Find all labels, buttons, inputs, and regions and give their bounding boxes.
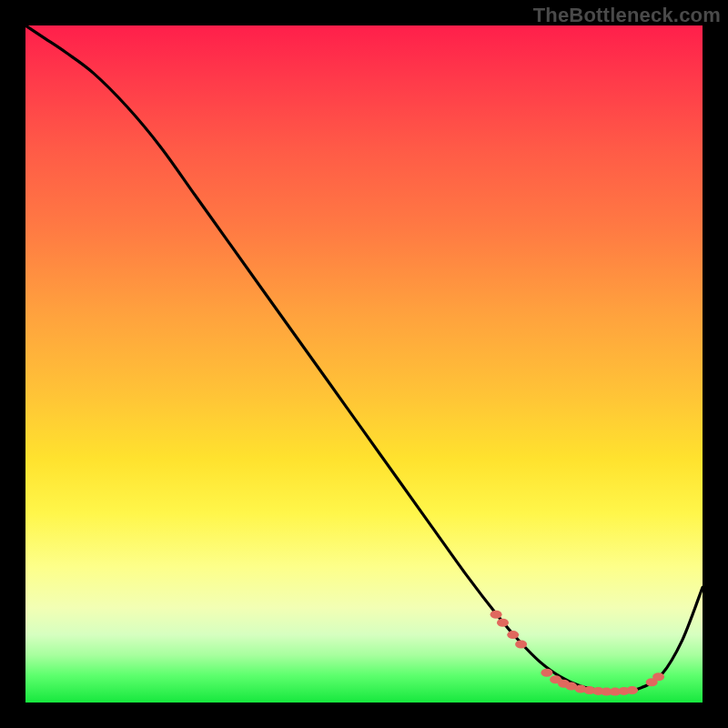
bottleneck-curve	[25, 25, 703, 692]
highlight-dot	[507, 631, 519, 639]
chart-frame: TheBottleneck.com	[0, 0, 728, 728]
highlight-dot	[490, 611, 502, 619]
highlight-markers	[490, 611, 665, 696]
plot-area	[25, 25, 703, 703]
highlight-dot	[652, 672, 664, 681]
highlight-dot	[626, 686, 638, 694]
watermark-text: TheBottleneck.com	[533, 4, 721, 27]
curve-layer	[25, 25, 703, 703]
highlight-dot	[497, 619, 509, 627]
highlight-dot	[541, 669, 552, 677]
highlight-dot	[515, 641, 527, 649]
